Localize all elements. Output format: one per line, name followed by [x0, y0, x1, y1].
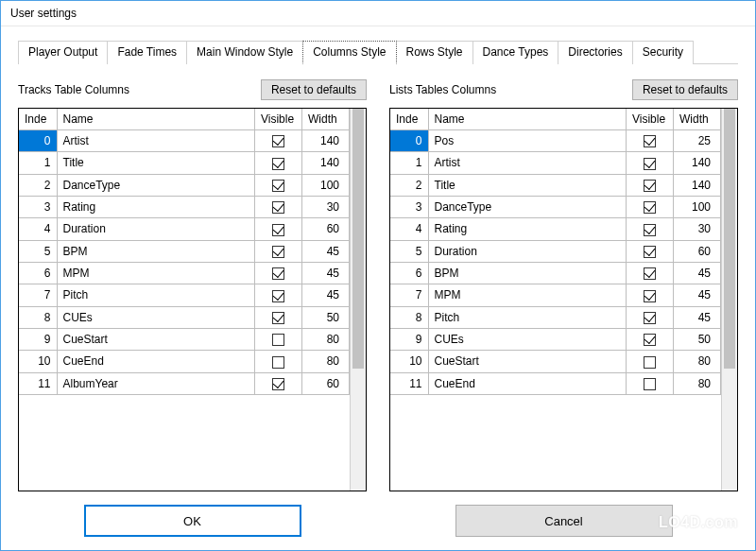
table-row[interactable]: 5BPM45 [19, 240, 350, 262]
cell-width[interactable]: 140 [674, 174, 721, 196]
scrollbar-thumb[interactable] [724, 109, 735, 369]
cell-index[interactable]: 7 [390, 284, 428, 306]
cell-width[interactable]: 45 [674, 262, 721, 284]
tab-dance-types[interactable]: Dance Types [472, 41, 559, 64]
cell-visible[interactable] [255, 284, 302, 306]
cell-index[interactable]: 10 [390, 351, 428, 372]
cell-visible[interactable] [627, 328, 674, 350]
cell-name[interactable]: Rating [57, 196, 255, 217]
cell-name[interactable]: CueEnd [428, 372, 627, 394]
cell-width[interactable]: 80 [674, 372, 721, 394]
cell-name[interactable]: BPM [428, 262, 627, 284]
cell-width[interactable]: 140 [674, 152, 721, 174]
cell-width[interactable]: 50 [302, 306, 350, 328]
cell-width[interactable]: 30 [302, 196, 350, 217]
table-row[interactable]: 9CUEs50 [390, 328, 721, 350]
cell-visible[interactable] [627, 262, 674, 284]
table-row[interactable]: 0Pos25 [390, 130, 721, 152]
table-row[interactable]: 10CueStart80 [390, 351, 721, 372]
visible-checkbox[interactable] [272, 267, 284, 280]
visible-checkbox[interactable] [272, 378, 284, 390]
th-index[interactable]: Inde [19, 109, 57, 130]
table-row[interactable]: 10CueEnd80 [19, 351, 350, 372]
cell-visible[interactable] [255, 152, 302, 174]
cell-index[interactable]: 5 [19, 240, 57, 262]
table-row[interactable]: 3DanceType100 [390, 196, 721, 217]
tracks-table[interactable]: Inde Name Visible Width 0Artist1401Title… [19, 109, 350, 395]
cell-name[interactable]: Artist [428, 152, 627, 174]
cell-index[interactable]: 11 [390, 372, 428, 394]
cell-index[interactable]: 7 [19, 284, 57, 306]
cell-visible[interactable] [255, 174, 302, 196]
cell-index[interactable]: 1 [390, 152, 428, 174]
table-row[interactable]: 3Rating30 [19, 196, 350, 217]
cell-name[interactable]: DanceType [428, 196, 627, 217]
cell-name[interactable]: Pos [428, 130, 627, 152]
cell-index[interactable]: 3 [19, 196, 57, 217]
table-row[interactable]: 4Duration60 [19, 218, 350, 240]
th-name[interactable]: Name [57, 109, 255, 130]
cell-name[interactable]: Pitch [428, 306, 627, 328]
cell-visible[interactable] [255, 328, 302, 350]
table-row[interactable]: 2Title140 [390, 174, 721, 196]
cell-visible[interactable] [255, 218, 302, 240]
cell-index[interactable]: 2 [19, 174, 57, 196]
cell-visible[interactable] [627, 372, 674, 394]
cell-index[interactable]: 3 [390, 196, 428, 217]
cell-visible[interactable] [627, 130, 674, 152]
visible-checkbox[interactable] [272, 224, 284, 236]
cell-width[interactable]: 60 [674, 240, 721, 262]
table-row[interactable]: 2DanceType100 [19, 174, 350, 196]
visible-checkbox[interactable] [644, 180, 656, 192]
ok-button[interactable]: OK [84, 505, 301, 537]
table-row[interactable]: 0Artist140 [19, 130, 350, 152]
cell-width[interactable]: 30 [674, 218, 721, 240]
cell-index[interactable]: 0 [19, 130, 57, 152]
table-row[interactable]: 11AlbumYear60 [19, 372, 350, 394]
visible-checkbox[interactable] [644, 378, 656, 390]
cell-visible[interactable] [255, 306, 302, 328]
cell-width[interactable]: 45 [302, 262, 350, 284]
cell-name[interactable]: Artist [57, 130, 255, 152]
tab-fade-times[interactable]: Fade Times [107, 41, 187, 64]
th-visible[interactable]: Visible [627, 109, 674, 130]
table-row[interactable]: 6BPM45 [390, 262, 721, 284]
visible-checkbox[interactable] [272, 312, 284, 324]
visible-checkbox[interactable] [644, 290, 656, 302]
th-width[interactable]: Width [302, 109, 350, 130]
cell-visible[interactable] [627, 174, 674, 196]
table-row[interactable]: 11CueEnd80 [390, 372, 721, 394]
table-row[interactable]: 6MPM45 [19, 262, 350, 284]
visible-checkbox[interactable] [644, 158, 656, 170]
table-row[interactable]: 7MPM45 [390, 284, 721, 306]
tracks-scrollbar[interactable] [350, 109, 366, 491]
cell-visible[interactable] [627, 351, 674, 372]
cell-index[interactable]: 8 [19, 306, 57, 328]
cell-name[interactable]: CueEnd [57, 351, 255, 372]
tab-columns-style[interactable]: Columns Style [302, 41, 396, 64]
table-row[interactable]: 7Pitch45 [19, 284, 350, 306]
cell-visible[interactable] [255, 262, 302, 284]
cell-index[interactable]: 2 [390, 174, 428, 196]
cell-name[interactable]: MPM [428, 284, 627, 306]
cell-index[interactable]: 4 [390, 218, 428, 240]
table-row[interactable]: 4Rating30 [390, 218, 721, 240]
tab-directories[interactable]: Directories [558, 41, 632, 64]
cell-width[interactable]: 60 [302, 372, 350, 394]
cell-name[interactable]: Duration [428, 240, 627, 262]
cell-visible[interactable] [627, 240, 674, 262]
table-row[interactable]: 9CueStart80 [19, 328, 350, 350]
cell-name[interactable]: Pitch [57, 284, 255, 306]
cell-index[interactable]: 6 [19, 262, 57, 284]
cell-visible[interactable] [627, 152, 674, 174]
cell-width[interactable]: 45 [302, 284, 350, 306]
cell-width[interactable]: 45 [674, 284, 721, 306]
visible-checkbox[interactable] [272, 201, 284, 214]
visible-checkbox[interactable] [644, 356, 656, 369]
lists-reset-button[interactable]: Reset to defaults [632, 79, 738, 100]
cell-width[interactable]: 80 [302, 328, 350, 350]
cell-width[interactable]: 80 [674, 351, 721, 372]
visible-checkbox[interactable] [644, 334, 656, 346]
cell-width[interactable]: 80 [302, 351, 350, 372]
cell-index[interactable]: 0 [390, 130, 428, 152]
